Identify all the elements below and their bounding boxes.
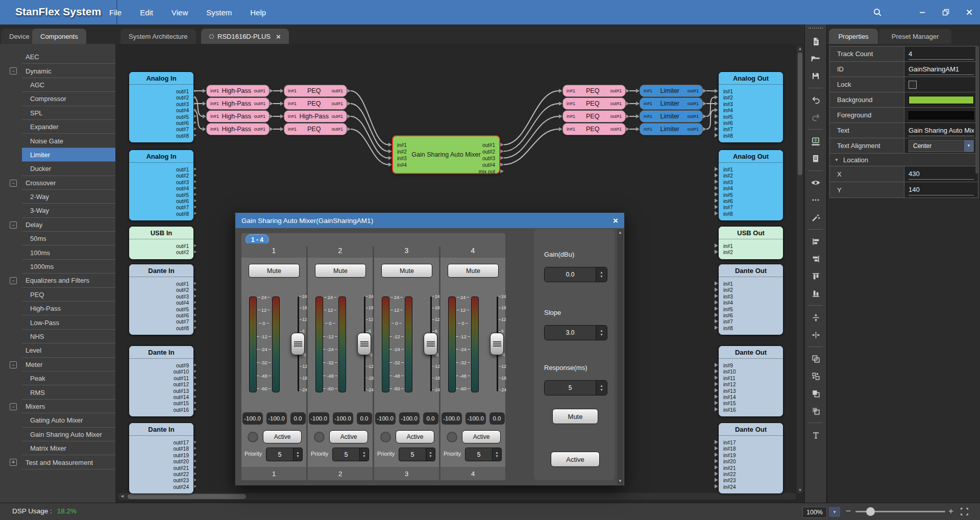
channel-active-button[interactable]: Active [263,430,302,443]
dialog-title-bar[interactable]: Gain Sharing Auto Mixer(GainSharingAM1) … [235,213,624,228]
bring-to-front-icon[interactable] [808,386,823,401]
toolbar-drag-handle[interactable] [808,28,823,31]
sidebar-item-gating-auto-mixer[interactable]: Gating Auto Mixer [0,413,115,427]
sidebar-item-high-pass[interactable]: High-Pass [0,302,115,315]
fader-knob[interactable] [424,333,437,355]
device-block-dante-out-11[interactable]: Dante Outin#17in#18in#19in#20in#21in#22i… [718,423,783,494]
expand-icon[interactable]: + [10,459,17,466]
canvas-horizontal-scrollbar[interactable]: ◄ [117,493,796,500]
property-value[interactable]: 430 [904,166,978,182]
collapse-icon[interactable]: - [10,67,17,75]
save-icon[interactable] [808,69,823,83]
tab-preset-manager[interactable]: Preset Manager [879,29,951,44]
device-block-usb-in-2[interactable]: USB Inout#1out#2 [129,226,194,260]
channel-value-box[interactable]: 0.0 [290,412,306,425]
response-spinner[interactable]: 5 ▲▼ [544,380,607,395]
spinner-arrows-icon[interactable]: ▲▼ [426,448,435,461]
background-color-swatch[interactable] [909,96,974,104]
send-backward-icon[interactable] [808,369,823,383]
spinner-arrows-icon[interactable]: ▲▼ [596,381,607,395]
slope-spinner[interactable]: 3.0 ▲▼ [544,325,607,340]
sidebar-item-aec[interactable]: AEC [0,50,115,64]
scroll-down-arrow-icon[interactable]: ▼ [798,488,802,492]
new-document-icon[interactable] [808,34,823,48]
spinner-arrows-icon[interactable]: ▲▼ [293,448,302,461]
zoom-dropdown-icon[interactable]: ▼ [829,507,840,517]
open-project-icon[interactable] [808,52,823,66]
scroll-down-arrow-icon[interactable]: ▼ [618,479,622,483]
property-value[interactable]: GainSharingAM1 [904,62,978,77]
dialog-scrollbar[interactable]: ▲ ▼ [617,229,623,484]
master-mute-button[interactable]: Mute [552,409,598,424]
channel-value-box[interactable]: -100.0 [375,412,396,425]
sidebar-item-peak[interactable]: Peak [0,372,115,385]
sidebar-item-matrix-mixer[interactable]: Matrix Mixer [0,441,115,455]
spin-down-icon[interactable]: ▼ [362,455,365,458]
fader-knob[interactable] [291,333,305,355]
restore-icon[interactable] [940,7,951,18]
channel-value-box[interactable]: -100.0 [465,412,486,425]
minimize-icon[interactable] [917,7,928,18]
align-bottom-icon[interactable] [808,286,823,301]
property-value[interactable]: Center▼ [904,138,978,153]
chevron-down-icon[interactable]: ▼ [964,140,973,152]
properties-scrollbar[interactable] [975,46,979,174]
channel-value-box[interactable]: -100.0 [399,412,420,425]
spinner-arrows-icon[interactable]: ▲▼ [359,448,369,461]
menu-edit[interactable]: Edit [131,5,162,20]
collapse-icon[interactable]: - [10,403,17,410]
send-to-back-icon[interactable] [808,404,823,418]
fader-knob[interactable] [357,333,371,355]
spin-down-icon[interactable]: ▼ [429,455,432,458]
sidebar-item-3-way[interactable]: 3-Way [0,204,115,217]
sidebar-item-low-pass[interactable]: Low-Pass [0,315,115,329]
horizontal-scroll-thumb[interactable] [128,494,246,499]
spin-down-icon[interactable]: ▼ [296,455,299,458]
undo-icon[interactable] [808,93,823,107]
channel-value-box[interactable]: -100.0 [333,412,353,425]
processor-block-peq-c1r0[interactable]: in#1PEQout#1 [284,85,347,97]
processor-block-high-pass-c1r2[interactable]: in#1High-Passout#1 [284,110,347,122]
property-value[interactable] [904,92,978,107]
processor-block-peq-c1r3[interactable]: in#1PEQout#1 [284,123,347,135]
tab-rsd1616d-plus[interactable]: RSD1616D-PLUS × [201,29,289,44]
channel-value-box[interactable]: -100.0 [242,412,263,425]
align-top-icon[interactable] [808,269,823,283]
sidebar-item-level[interactable]: Level [0,343,115,357]
foreground-color-swatch[interactable] [909,111,974,119]
zoom-level-value[interactable]: 100% [802,507,827,518]
sidebar-item-crossover[interactable]: -Crossover [0,176,115,190]
distribute-vertical-icon[interactable] [808,310,823,325]
scroll-up-arrow-icon[interactable]: ▲ [618,230,622,235]
menu-view[interactable]: View [162,5,197,20]
zoom-in-icon[interactable]: + [948,506,953,516]
channel-active-button[interactable]: Active [329,430,368,443]
sidebar-item-dynamic[interactable]: -Dynamic [0,64,115,78]
priority-spinner[interactable]: 5▲▼ [465,448,502,461]
auto-arrange-icon[interactable] [808,210,823,225]
more-icon[interactable] [808,193,823,207]
device-block-dante-out-9[interactable]: Dante Outin#1in#2in#3in#4in#5in#6in#7in#… [718,264,783,335]
processor-block-limiter-c3r2[interactable]: in#1Limiterout#1 [640,110,703,122]
sidebar-item-1000ms[interactable]: 1000ms [0,260,115,274]
processor-block-peq-c2r3[interactable]: in#1PEQout#1 [562,123,626,135]
device-block-analog-in-1[interactable]: Analog Inout#1out#2out#3out#4out#5out#6o… [129,150,194,221]
property-value[interactable]: 140 [904,182,978,197]
channel-value-box[interactable]: -100.0 [309,412,329,425]
processor-block-high-pass-c0r3[interactable]: in#1High-Passout#1 [206,123,270,135]
upload-to-device-icon[interactable] [808,134,823,148]
channel-mute-button[interactable]: Mute [381,264,432,278]
device-block-analog-out-6[interactable]: Analog Outin#1in#2in#3in#4in#5in#6in#7in… [718,71,783,143]
lock-checkbox[interactable] [909,81,917,89]
align-right-icon[interactable] [808,252,823,266]
processor-block-limiter-c3r0[interactable]: in#1Limiterout#1 [640,85,703,97]
property-value[interactable]: 4 [904,46,978,61]
channel-value-box[interactable]: -100.0 [266,412,287,425]
channel-value-box[interactable]: 0.0 [489,412,505,425]
sidebar-item-mixers[interactable]: -Mixers [0,400,115,413]
device-block-dante-out-10[interactable]: Dante Outin#9in#10in#11in#12in#13in#14in… [718,345,783,417]
channel-value-box[interactable]: 0.0 [357,412,372,425]
text-alignment-dropdown[interactable]: Center▼ [909,140,974,152]
spinner-arrows-icon[interactable]: ▲▼ [492,448,501,461]
channel-active-button[interactable]: Active [462,430,501,443]
